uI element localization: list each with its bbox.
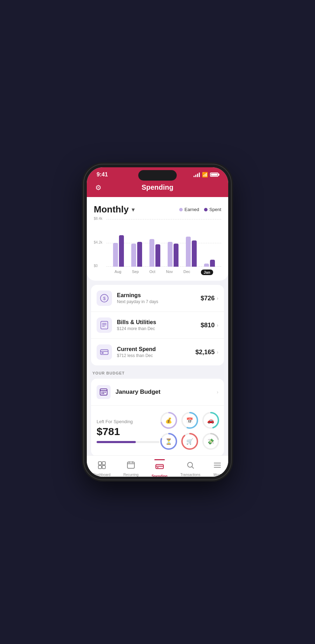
bars-area (106, 219, 221, 267)
stat-item-current-spend[interactable]: Current Spend$712 less than Dec$2,165› (91, 339, 224, 365)
stat-subtitle-bills: $124 more than Dec (117, 326, 201, 331)
svg-rect-2 (101, 321, 108, 329)
svg-rect-32 (127, 462, 134, 468)
dynamic-island (138, 170, 177, 181)
january-budget-label: January Budget (115, 388, 217, 396)
status-time: 9:41 (97, 172, 108, 178)
left-for-spending-item[interactable]: Left For Spending $781 💰 � (91, 406, 224, 455)
budget-calendar-icon (97, 385, 111, 399)
wifi-icon: 📶 (202, 172, 208, 177)
circle-icon-3: ⏳ (165, 438, 172, 445)
bar-earned-aug (113, 243, 118, 267)
budget-circle-3[interactable]: ⏳ (160, 432, 178, 450)
period-selector[interactable]: Monthly ▾ (94, 204, 135, 215)
bar-spent-aug (119, 235, 124, 267)
legend-spent: Spent (204, 207, 221, 212)
budget-circle-5[interactable]: 💸 (202, 432, 220, 450)
budget-section: YOUR BUDGET (91, 371, 224, 455)
bar-group-aug (113, 235, 124, 267)
nav-active-bar-spending (154, 459, 165, 460)
stat-icon-earnings: $ (97, 290, 112, 306)
nav-icon-more (213, 461, 222, 471)
earned-dot (179, 208, 183, 211)
circle-icon-1: 📅 (186, 417, 193, 424)
legend-earned: Earned (179, 207, 199, 212)
circle-icon-4: 🛒 (186, 438, 193, 445)
bar-spent-dec (192, 240, 197, 267)
nav-label-more: More (214, 473, 222, 477)
period-dropdown-icon[interactable]: ▾ (132, 206, 135, 214)
budget-circle-0[interactable]: 💰 (160, 411, 178, 429)
settings-icon[interactable]: ⚙ (95, 183, 102, 192)
bar-spent-jan (210, 260, 215, 267)
nav-item-spending[interactable]: Spending (152, 459, 168, 477)
nav-icon-transactions (186, 461, 195, 471)
nav-item-recurring[interactable]: Recurring (123, 461, 138, 477)
january-budget-chevron: › (217, 389, 218, 395)
bar-group-sep (131, 242, 142, 267)
svg-rect-38 (157, 467, 159, 468)
stat-subtitle-earnings: Next payday in 7 days (117, 299, 201, 304)
app-header: ⚙ Spending (87, 181, 228, 197)
budget-section-title: YOUR BUDGET (92, 371, 223, 375)
chart-legend: Earned Spent (179, 207, 221, 212)
stat-info-earnings: EarningsNext payday in 7 days (117, 292, 201, 304)
january-budget-item[interactable]: January Budget › (91, 379, 224, 406)
bar-spent-nov (174, 244, 178, 267)
nav-icon-recurring (127, 461, 135, 471)
month-label-oct: Oct (149, 270, 155, 275)
period-label: Monthly (94, 204, 129, 215)
month-labels: AugSepOctNovDecJan (106, 270, 221, 275)
svg-rect-15 (103, 393, 104, 394)
battery-icon (210, 173, 218, 177)
signal-icon (194, 173, 200, 177)
chart-card: Monthly ▾ Earned Spent (87, 197, 228, 281)
spending-progress-fill (97, 441, 136, 443)
chart-header: Monthly ▾ Earned Spent (94, 204, 221, 215)
svg-rect-28 (98, 462, 102, 465)
stat-info-current-spend: Current Spend$712 less than Dec (117, 346, 195, 358)
svg-rect-8 (102, 352, 104, 354)
nav-item-dashboard[interactable]: Dashboard (93, 461, 111, 477)
svg-line-40 (192, 467, 194, 468)
circle-icon-2: 🚗 (207, 417, 214, 424)
budget-circle-2[interactable]: 🚗 (202, 411, 220, 429)
spent-dot (204, 208, 208, 211)
svg-rect-13 (105, 392, 106, 393)
stat-icon-current-spend (97, 344, 112, 360)
bar-earned-dec (186, 237, 191, 267)
bar-spent-oct (155, 244, 160, 267)
bar-chart: $8.4k $4.2k $0 AugSepOctNovDecJan (94, 219, 221, 275)
nav-item-more[interactable]: More (213, 461, 222, 477)
bar-group-nov (168, 242, 178, 267)
budget-circle-4[interactable]: 🛒 (181, 432, 199, 450)
nav-item-transactions[interactable]: Transactions (181, 461, 201, 477)
stat-amount-bills: $810› (201, 322, 218, 329)
stat-item-earnings[interactable]: $ EarningsNext payday in 7 days$726› (91, 285, 224, 312)
main-content: Monthly ▾ Earned Spent (87, 197, 228, 455)
stat-chevron-bills: › (217, 322, 218, 328)
stat-item-bills[interactable]: Bills & Utilities$124 more than Dec$810› (91, 312, 224, 339)
svg-text:$: $ (103, 296, 106, 301)
nav-label-recurring: Recurring (123, 473, 138, 477)
stat-chevron-earnings: › (217, 295, 218, 301)
month-label-jan: Jan (201, 270, 213, 275)
stat-amount-earnings: $726› (201, 295, 218, 302)
stat-title-current-spend: Current Spend (117, 346, 195, 352)
bar-earned-nov (168, 242, 173, 267)
spending-summary: Left For Spending $781 💰 � (97, 411, 218, 450)
spending-progress-bar (97, 441, 160, 443)
nav-label-spending: Spending (152, 474, 168, 477)
bar-earned-sep (131, 244, 136, 267)
svg-rect-30 (98, 465, 102, 469)
phone-screen: 9:41 📶 ⚙ Spending (87, 167, 228, 477)
stat-info-bills: Bills & Utilities$124 more than Dec (117, 319, 201, 331)
y-label-top: $8.4k (94, 217, 102, 220)
status-icons: 📶 (194, 172, 218, 177)
month-label-sep: Sep (132, 270, 139, 275)
budget-circle-1[interactable]: 📅 (181, 411, 199, 429)
bottom-nav: Dashboard Recurring Spending Transaction… (87, 455, 228, 477)
circle-icon-5: 💸 (207, 438, 214, 445)
month-label-nov: Nov (166, 270, 173, 275)
circle-icon-0: 💰 (165, 417, 172, 424)
